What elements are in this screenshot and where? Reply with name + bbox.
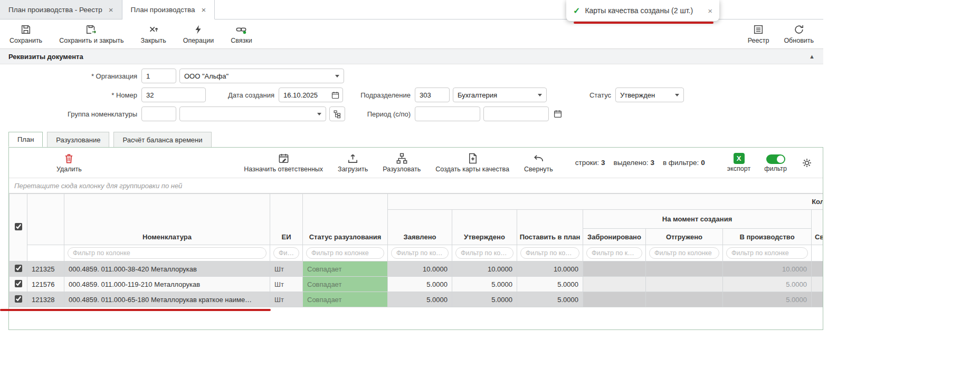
close-doc-icon xyxy=(148,24,159,35)
selected-count: выделено:3 xyxy=(614,159,654,167)
nomenclature-group-code-field[interactable] xyxy=(141,106,176,121)
tab-plan-label: План xyxy=(17,135,34,143)
chevron-down-icon xyxy=(317,113,321,115)
calendar-icon[interactable] xyxy=(331,91,340,100)
close-icon[interactable]: × xyxy=(708,6,712,15)
filter-label: фильтр xyxy=(764,165,787,172)
registry-button[interactable]: Реестр xyxy=(748,24,769,44)
refresh-button[interactable]: Обновить xyxy=(784,24,814,44)
to-plan-column-header[interactable]: Поставить в план xyxy=(517,210,583,245)
tab-time-balance[interactable]: Расчёт баланса времени xyxy=(113,132,211,147)
creation-date-wrap xyxy=(279,88,343,102)
unit-filter-input[interactable] xyxy=(273,247,299,259)
document-plus-icon xyxy=(467,152,479,164)
collapse-button[interactable]: Свернуть xyxy=(524,152,553,173)
period-label: Период (с/по) xyxy=(345,110,415,118)
group-by-hint-text: Перетащите сюда колонку для группировки … xyxy=(14,182,182,190)
row-approved: 5.0000 xyxy=(452,277,517,292)
toast-text: Карты качества созданы (2 шт.) xyxy=(585,6,693,15)
registry-label: Реестр xyxy=(748,37,769,44)
refresh-label: Обновить xyxy=(784,37,814,44)
grid-stats: строки:3 выделено:3 в фильтре:0 xyxy=(575,159,705,167)
row-checkbox[interactable] xyxy=(15,280,22,287)
nomenclature-tree-button[interactable] xyxy=(329,106,345,121)
row-declared: 5.0000 xyxy=(388,277,452,292)
cut-column-header[interactable]: Св xyxy=(812,210,823,245)
chevron-down-icon xyxy=(538,94,542,96)
save-and-close-button[interactable]: Сохранить и закрыть xyxy=(59,24,123,44)
status-select[interactable]: Утвержден xyxy=(615,88,684,102)
load-button[interactable]: Загрузить xyxy=(338,152,368,173)
close-icon[interactable]: × xyxy=(109,6,113,14)
app-window: План производства - Реестр × План произв… xyxy=(0,0,823,330)
toggle-on-icon[interactable] xyxy=(766,154,785,164)
approved-filter-input[interactable] xyxy=(455,247,513,259)
create-quality-cards-button[interactable]: Создать карты качества xyxy=(435,152,509,173)
tab-plan[interactable]: План xyxy=(8,132,43,147)
group-by-hint[interactable]: Перетащите сюда колонку для группировки … xyxy=(9,178,823,193)
operations-icon xyxy=(193,24,204,35)
links-button[interactable]: Связки xyxy=(231,24,252,44)
period-from-field[interactable] xyxy=(415,106,480,121)
requisites-header[interactable]: Реквизиты документа ▲ xyxy=(0,49,823,64)
table-row[interactable]: 121576 000.4859. 011.000-119-210 Металло… xyxy=(9,277,823,292)
nomenclature-column-header[interactable]: Номенклатура xyxy=(64,194,270,245)
row-unit: Шт xyxy=(270,261,303,277)
table-row[interactable]: 121325 000.4859. 011.000-38-420 Металлор… xyxy=(9,261,823,277)
select-all-header xyxy=(9,194,27,261)
in-production-filter-input[interactable] xyxy=(726,247,808,259)
division-value: Бухгалтерия xyxy=(458,91,497,99)
trash-icon xyxy=(63,152,75,164)
division-label: Подразделение xyxy=(343,91,415,99)
declared-column-header[interactable]: Заявлено xyxy=(388,210,452,245)
unit-column-header[interactable]: ЕИ xyxy=(270,194,303,245)
grid-settings-button[interactable] xyxy=(801,157,813,169)
organization-code-field[interactable] xyxy=(141,69,176,83)
number-field[interactable] xyxy=(141,88,206,102)
row-checkbox[interactable] xyxy=(15,265,22,272)
explosion-status-column-header[interactable]: Статус разузлования xyxy=(303,194,388,245)
export-button[interactable]: X экспорт xyxy=(727,153,750,172)
operations-button[interactable]: Операции xyxy=(183,24,214,44)
row-to-plan: 10.0000 xyxy=(517,261,583,277)
excel-icon: X xyxy=(734,153,745,164)
reserved-filter-input[interactable] xyxy=(586,247,642,259)
nomenclature-group-select[interactable] xyxy=(179,106,326,121)
delete-button[interactable]: Удалить xyxy=(56,152,82,173)
calendar-edit-icon xyxy=(278,152,290,164)
to-plan-filter-input[interactable] xyxy=(520,247,579,259)
tab-explosion[interactable]: Разузлование xyxy=(47,132,109,147)
division-select[interactable]: Бухгалтерия xyxy=(453,88,547,102)
assign-responsible-button[interactable]: Назначить ответственных xyxy=(244,152,323,173)
explosion-status-filter-input[interactable] xyxy=(306,247,384,259)
row-explosion-status: Совпадает xyxy=(303,292,388,307)
tab-plan-registry[interactable]: План производства - Реестр × xyxy=(0,0,122,20)
id-filter-cell xyxy=(27,245,64,261)
close-button[interactable]: Закрыть xyxy=(141,24,166,44)
row-id: 121576 xyxy=(27,277,64,292)
division-code-field[interactable] xyxy=(415,88,450,102)
row-checkbox[interactable] xyxy=(15,295,22,303)
toast-notification[interactable]: ✓ Карты качества созданы (2 шт.) × xyxy=(566,0,719,21)
shipped-filter-input[interactable] xyxy=(649,247,719,259)
delete-label: Удалить xyxy=(56,166,82,173)
organization-select[interactable]: ООО "Альфа" xyxy=(179,69,344,83)
shipped-column-header[interactable]: Отгружено xyxy=(646,229,723,245)
collapse-chevron-icon[interactable]: ▲ xyxy=(809,53,815,60)
in-production-column-header[interactable]: В производство xyxy=(723,229,812,245)
declared-filter-input[interactable] xyxy=(391,247,449,259)
nomenclature-filter-input[interactable] xyxy=(68,247,267,259)
period-calendar-button[interactable] xyxy=(553,109,563,119)
row-reserved xyxy=(583,277,646,292)
save-button[interactable]: Сохранить xyxy=(9,24,42,44)
id-column-header[interactable] xyxy=(27,194,64,245)
explode-button[interactable]: Разузловать xyxy=(383,152,421,173)
filter-toggle-button[interactable]: фильтр xyxy=(764,153,787,172)
select-all-checkbox[interactable] xyxy=(15,223,22,230)
close-icon[interactable]: × xyxy=(201,6,206,14)
reserved-column-header[interactable]: Забронировано xyxy=(583,229,646,245)
table-row[interactable]: 121328 000.4859. 011.000-65-180 Металлор… xyxy=(9,292,823,307)
tab-plan-document[interactable]: План производства × xyxy=(122,0,215,20)
approved-column-header[interactable]: Утверждено xyxy=(452,210,517,245)
period-to-field[interactable] xyxy=(483,106,549,121)
